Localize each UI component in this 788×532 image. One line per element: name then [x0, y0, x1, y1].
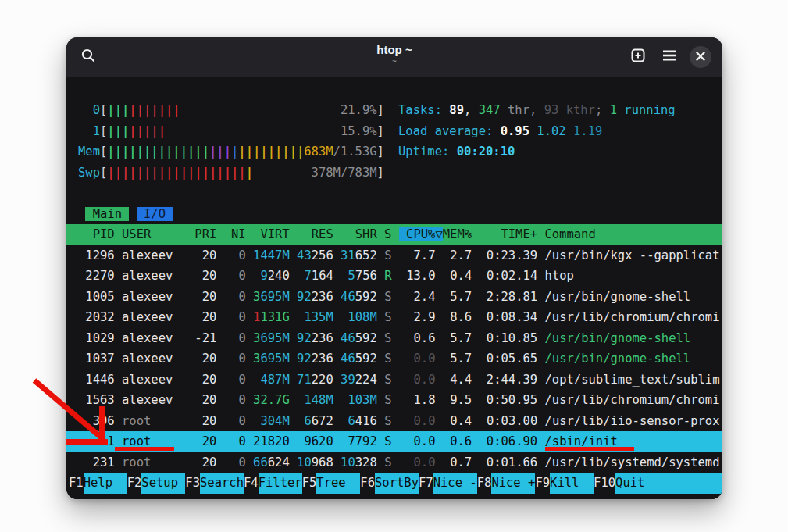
cell-pid: 2270 — [78, 269, 115, 283]
cell-pid: 1005 — [78, 290, 115, 304]
fnkey-f1[interactable]: F1 — [69, 473, 84, 494]
col-s[interactable]: S — [384, 227, 391, 241]
cell-s: S — [384, 331, 391, 345]
fnlabel-sortby[interactable]: SortBy — [375, 473, 419, 494]
fnkey-f8[interactable]: F8 — [477, 473, 492, 494]
cell-pid: 1029 — [78, 331, 115, 345]
cell-virt: 3695M — [253, 290, 290, 304]
cell-ni: 0 — [224, 269, 246, 283]
col-ni[interactable]: NI — [224, 227, 246, 241]
process-row-selected[interactable]: 1 root 20 0 21820 9620 7792 S 0.0 0.6 0:… — [66, 431, 722, 452]
col-shr[interactable]: SHR — [341, 227, 377, 241]
cell-cmd: /usr/lib/systemd/systemd — [545, 455, 720, 470]
process-row[interactable]: 1296 alexeev 20 0 1447M 43256 31652 S 7.… — [66, 245, 722, 266]
cell-cpu: 2.9 — [399, 310, 436, 324]
process-row[interactable]: 1005 alexeev 20 0 3695M 92236 46592 S 2.… — [66, 287, 722, 308]
process-row[interactable]: 1563 alexeev 20 0 32.7G 148M 103M S 1.8 … — [66, 390, 722, 411]
cell-ni: 0 — [224, 393, 246, 407]
cell-mem: 4.4 — [443, 373, 472, 387]
col-mem[interactable]: MEM% — [443, 227, 472, 241]
fnkey-f6[interactable]: F6 — [360, 473, 375, 494]
fnlabel-quit[interactable]: Quit — [615, 473, 722, 494]
cell-s: S — [384, 373, 391, 387]
fnkey-f10[interactable]: F10 — [594, 473, 615, 494]
col-pri[interactable]: PRI — [194, 227, 216, 241]
col-cmd[interactable]: Command — [544, 227, 595, 241]
process-table-header: PID USER PRI NI VIRT RES SHR S CPU%▽MEM%… — [66, 224, 722, 245]
process-row[interactable]: 2032 alexeev 20 0 1131G 135M 108M S 2.9 … — [66, 307, 722, 328]
fnkey-f4[interactable]: F4 — [244, 473, 259, 494]
col-virt[interactable]: VIRT — [253, 227, 290, 241]
meter-label: 0 — [78, 100, 100, 121]
htop-header-area: 0[||||||||||21.9%]1[||||||||15.9%]Mem[||… — [66, 100, 722, 183]
cell-virt: 1131G — [253, 310, 290, 324]
search-icon — [80, 48, 96, 66]
cell-time: 2:28.81 — [480, 290, 538, 304]
new-tab-button[interactable] — [627, 46, 649, 68]
cell-user: alexeev — [122, 373, 187, 387]
cell-cpu: 0.0 — [399, 373, 436, 387]
cell-time: 0:01.66 — [480, 455, 538, 470]
cell-pri: 20 — [194, 310, 216, 324]
cell-res: 9620 — [297, 434, 333, 448]
system-info: Tasks: 89, 347 thr, 93 kthr; 1 runningLo… — [398, 100, 676, 162]
menu-button[interactable] — [658, 46, 680, 68]
sysinfo-tasks: Tasks: 89, 347 thr, 93 kthr; 1 running — [398, 100, 676, 121]
window-subtitle: ~ — [66, 57, 722, 66]
meter-bar: |||||||||||||||||||||||||||683M/1.53G — [107, 141, 376, 162]
window-title: htop ~ — [66, 43, 722, 57]
process-row[interactable]: 2270 alexeev 20 0 9240 7164 5756 R 13.0 … — [66, 266, 722, 287]
fnlabel-setup[interactable]: Setup — [141, 473, 185, 494]
fnlabel-nice-[interactable]: Nice - — [433, 473, 477, 494]
col-cpu[interactable]: CPU%▽ — [399, 227, 443, 241]
cell-pid: 231 — [78, 455, 115, 470]
fnkey-f3[interactable]: F3 — [185, 473, 200, 494]
cell-shr: 10328 — [341, 455, 377, 470]
tab-i-o[interactable]: I/O — [137, 207, 173, 221]
fnkey-f5[interactable]: F5 — [302, 473, 317, 494]
terminal-content: 0[||||||||||21.9%]1[||||||||15.9%]Mem[||… — [66, 77, 722, 499]
col-user[interactable]: USER — [122, 227, 187, 241]
titlebar: htop ~ ~ — [66, 37, 722, 77]
process-table: 1296 alexeev 20 0 1447M 43256 31652 S 7.… — [66, 245, 722, 473]
meter-label: Swp — [78, 162, 100, 184]
cell-cpu: 0.0 — [399, 414, 436, 428]
meter-label: Mem — [78, 141, 100, 162]
cell-pid: 1563 — [78, 393, 115, 407]
cell-cpu: 0.0 — [399, 455, 436, 470]
cell-s: S — [384, 414, 391, 428]
cell-s: S — [384, 352, 391, 366]
cell-shr: 108M — [341, 310, 377, 324]
process-row[interactable]: 396 root 20 0 304M 6672 6416 S 0.0 0.4 0… — [66, 411, 722, 432]
fnlabel-search[interactable]: Search — [200, 473, 244, 494]
col-res[interactable]: RES — [297, 227, 333, 241]
cell-user: alexeev — [122, 393, 187, 407]
cell-s: S — [384, 248, 391, 262]
fnlabel-filter[interactable]: Filter — [259, 473, 302, 494]
cell-cmd: htop — [545, 269, 574, 283]
fnkey-f2[interactable]: F2 — [127, 473, 142, 494]
fnlabel-kill[interactable]: Kill — [550, 473, 594, 494]
cell-shr: 46592 — [341, 352, 377, 366]
process-row[interactable]: 1446 alexeev 20 0 487M 71220 39224 S 0.0… — [66, 370, 722, 391]
fnkey-f7[interactable]: F7 — [419, 473, 433, 494]
col-time[interactable]: TIME+ — [479, 227, 537, 241]
cell-shr: 31652 — [341, 248, 377, 262]
cell-pid: 396 — [78, 414, 115, 428]
meter-value: 15.9% — [341, 121, 377, 142]
fnlabel-nice-[interactable]: Nice + — [491, 473, 535, 494]
cell-mem: 2.7 — [443, 248, 472, 262]
search-button[interactable] — [77, 46, 99, 68]
process-row[interactable]: 231 root 20 0 66624 10968 10328 S 0.0 0.… — [66, 452, 722, 473]
fnlabel-tree[interactable]: Tree — [316, 473, 360, 494]
fnlabel-help[interactable]: Help — [84, 473, 127, 494]
cell-shr: 46592 — [341, 290, 377, 304]
tab-main[interactable]: Main — [85, 207, 129, 221]
process-row[interactable]: 1029 alexeev -21 0 3695M 92236 46592 S 0… — [66, 328, 722, 349]
col-pid[interactable]: PID — [78, 227, 115, 241]
fnkey-f9[interactable]: F9 — [535, 473, 550, 494]
close-button[interactable] — [690, 46, 711, 68]
cell-pid: 1 — [78, 434, 115, 448]
process-row[interactable]: 1037 alexeev 20 0 3695M 92236 46592 S 0.… — [66, 348, 722, 370]
cell-shr: 7792 — [341, 434, 377, 448]
